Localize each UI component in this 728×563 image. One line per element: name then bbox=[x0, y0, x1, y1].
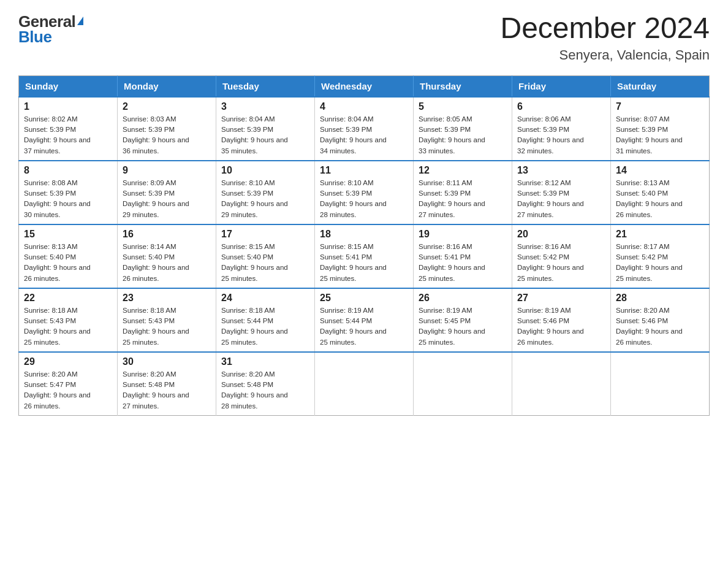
calendar-cell: 14Sunrise: 8:13 AMSunset: 5:40 PMDayligh… bbox=[611, 161, 710, 224]
calendar-cell: 7Sunrise: 8:07 AMSunset: 5:39 PMDaylight… bbox=[611, 97, 710, 161]
day-number: 22 bbox=[24, 293, 112, 304]
day-info: Sunrise: 8:04 AMSunset: 5:39 PMDaylight:… bbox=[221, 114, 309, 156]
header-wednesday: Wednesday bbox=[315, 75, 414, 97]
day-number: 15 bbox=[24, 229, 112, 240]
day-info: Sunrise: 8:18 AMSunset: 5:44 PMDaylight:… bbox=[221, 305, 309, 348]
day-info: Sunrise: 8:12 AMSunset: 5:39 PMDaylight:… bbox=[517, 178, 605, 220]
day-number: 23 bbox=[123, 293, 211, 304]
day-number: 11 bbox=[320, 165, 408, 176]
day-info: Sunrise: 8:03 AMSunset: 5:39 PMDaylight:… bbox=[123, 114, 211, 156]
calendar-cell: 27Sunrise: 8:19 AMSunset: 5:46 PMDayligh… bbox=[512, 288, 611, 352]
day-number: 2 bbox=[123, 101, 211, 112]
calendar-cell: 20Sunrise: 8:16 AMSunset: 5:42 PMDayligh… bbox=[512, 224, 611, 288]
calendar-cell: 8Sunrise: 8:08 AMSunset: 5:39 PMDaylight… bbox=[19, 161, 118, 224]
calendar-cell: 17Sunrise: 8:15 AMSunset: 5:40 PMDayligh… bbox=[216, 224, 315, 288]
day-number: 9 bbox=[123, 165, 211, 176]
calendar-header-row: SundayMondayTuesdayWednesdayThursdayFrid… bbox=[19, 75, 710, 97]
logo-triangle-icon bbox=[77, 17, 83, 25]
day-number: 4 bbox=[320, 101, 408, 112]
calendar-cell: 22Sunrise: 8:18 AMSunset: 5:43 PMDayligh… bbox=[19, 288, 118, 352]
day-info: Sunrise: 8:10 AMSunset: 5:39 PMDaylight:… bbox=[320, 178, 408, 220]
day-number: 17 bbox=[221, 229, 309, 240]
day-info: Sunrise: 8:15 AMSunset: 5:40 PMDaylight:… bbox=[221, 242, 309, 284]
calendar-cell: 2Sunrise: 8:03 AMSunset: 5:39 PMDaylight… bbox=[118, 97, 216, 161]
day-info: Sunrise: 8:14 AMSunset: 5:40 PMDaylight:… bbox=[123, 242, 211, 284]
calendar-cell: 19Sunrise: 8:16 AMSunset: 5:41 PMDayligh… bbox=[414, 224, 512, 288]
header-thursday: Thursday bbox=[414, 75, 512, 97]
header-tuesday: Tuesday bbox=[216, 75, 315, 97]
day-info: Sunrise: 8:07 AMSunset: 5:39 PMDaylight:… bbox=[616, 114, 704, 156]
day-info: Sunrise: 8:13 AMSunset: 5:40 PMDaylight:… bbox=[616, 178, 704, 220]
calendar-cell: 21Sunrise: 8:17 AMSunset: 5:42 PMDayligh… bbox=[611, 224, 710, 288]
day-info: Sunrise: 8:18 AMSunset: 5:43 PMDaylight:… bbox=[123, 305, 211, 348]
calendar-cell: 16Sunrise: 8:14 AMSunset: 5:40 PMDayligh… bbox=[118, 224, 216, 288]
calendar-cell: 1Sunrise: 8:02 AMSunset: 5:39 PMDaylight… bbox=[19, 97, 118, 161]
calendar-cell: 30Sunrise: 8:20 AMSunset: 5:48 PMDayligh… bbox=[118, 352, 216, 416]
calendar-cell: 25Sunrise: 8:19 AMSunset: 5:44 PMDayligh… bbox=[315, 288, 414, 352]
day-info: Sunrise: 8:13 AMSunset: 5:40 PMDaylight:… bbox=[24, 242, 112, 284]
day-number: 7 bbox=[616, 101, 704, 112]
day-number: 20 bbox=[517, 229, 605, 240]
day-info: Sunrise: 8:18 AMSunset: 5:43 PMDaylight:… bbox=[24, 305, 112, 348]
page-header: General Blue December 2024 Senyera, Vale… bbox=[18, 12, 710, 63]
calendar-cell: 6Sunrise: 8:06 AMSunset: 5:39 PMDaylight… bbox=[512, 97, 611, 161]
calendar-cell: 24Sunrise: 8:18 AMSunset: 5:44 PMDayligh… bbox=[216, 288, 315, 352]
day-info: Sunrise: 8:19 AMSunset: 5:44 PMDaylight:… bbox=[320, 305, 408, 348]
calendar-cell: 11Sunrise: 8:10 AMSunset: 5:39 PMDayligh… bbox=[315, 161, 414, 224]
calendar-week-row: 1Sunrise: 8:02 AMSunset: 5:39 PMDaylight… bbox=[19, 97, 710, 161]
calendar-cell: 15Sunrise: 8:13 AMSunset: 5:40 PMDayligh… bbox=[19, 224, 118, 288]
calendar-week-row: 8Sunrise: 8:08 AMSunset: 5:39 PMDaylight… bbox=[19, 161, 710, 224]
calendar-cell: 18Sunrise: 8:15 AMSunset: 5:41 PMDayligh… bbox=[315, 224, 414, 288]
day-info: Sunrise: 8:19 AMSunset: 5:46 PMDaylight:… bbox=[517, 305, 605, 348]
calendar-cell bbox=[315, 352, 414, 416]
calendar-cell: 9Sunrise: 8:09 AMSunset: 5:39 PMDaylight… bbox=[118, 161, 216, 224]
day-info: Sunrise: 8:20 AMSunset: 5:47 PMDaylight:… bbox=[24, 369, 112, 412]
calendar-cell: 23Sunrise: 8:18 AMSunset: 5:43 PMDayligh… bbox=[118, 288, 216, 352]
day-info: Sunrise: 8:08 AMSunset: 5:39 PMDaylight:… bbox=[24, 178, 112, 220]
day-number: 8 bbox=[24, 165, 112, 176]
calendar-week-row: 15Sunrise: 8:13 AMSunset: 5:40 PMDayligh… bbox=[19, 224, 710, 288]
calendar-cell bbox=[611, 352, 710, 416]
calendar-cell: 5Sunrise: 8:05 AMSunset: 5:39 PMDaylight… bbox=[414, 97, 512, 161]
calendar-cell: 13Sunrise: 8:12 AMSunset: 5:39 PMDayligh… bbox=[512, 161, 611, 224]
day-number: 28 bbox=[616, 293, 704, 304]
day-info: Sunrise: 8:09 AMSunset: 5:39 PMDaylight:… bbox=[123, 178, 211, 220]
day-info: Sunrise: 8:20 AMSunset: 5:48 PMDaylight:… bbox=[221, 369, 309, 412]
day-number: 31 bbox=[221, 356, 309, 367]
day-info: Sunrise: 8:06 AMSunset: 5:39 PMDaylight:… bbox=[517, 114, 605, 156]
day-info: Sunrise: 8:16 AMSunset: 5:41 PMDaylight:… bbox=[419, 242, 507, 284]
day-number: 18 bbox=[320, 229, 408, 240]
month-title: December 2024 bbox=[500, 12, 710, 45]
day-number: 1 bbox=[24, 101, 112, 112]
calendar-table: SundayMondayTuesdayWednesdayThursdayFrid… bbox=[18, 75, 710, 416]
header-friday: Friday bbox=[512, 75, 611, 97]
day-number: 21 bbox=[616, 229, 704, 240]
logo-blue-text: Blue bbox=[18, 28, 51, 47]
day-number: 3 bbox=[221, 101, 309, 112]
calendar-cell: 10Sunrise: 8:10 AMSunset: 5:39 PMDayligh… bbox=[216, 161, 315, 224]
day-info: Sunrise: 8:04 AMSunset: 5:39 PMDaylight:… bbox=[320, 114, 408, 156]
day-number: 16 bbox=[123, 229, 211, 240]
day-number: 26 bbox=[419, 293, 507, 304]
day-number: 24 bbox=[221, 293, 309, 304]
day-info: Sunrise: 8:16 AMSunset: 5:42 PMDaylight:… bbox=[517, 242, 605, 284]
calendar-cell bbox=[512, 352, 611, 416]
location-title: Senyera, Valencia, Spain bbox=[500, 47, 710, 63]
calendar-cell: 28Sunrise: 8:20 AMSunset: 5:46 PMDayligh… bbox=[611, 288, 710, 352]
day-info: Sunrise: 8:11 AMSunset: 5:39 PMDaylight:… bbox=[419, 178, 507, 220]
header-saturday: Saturday bbox=[611, 75, 710, 97]
calendar-week-row: 29Sunrise: 8:20 AMSunset: 5:47 PMDayligh… bbox=[19, 352, 710, 416]
calendar-cell: 12Sunrise: 8:11 AMSunset: 5:39 PMDayligh… bbox=[414, 161, 512, 224]
header-monday: Monday bbox=[118, 75, 216, 97]
logo: General Blue bbox=[18, 12, 83, 47]
day-number: 5 bbox=[419, 101, 507, 112]
calendar-cell: 3Sunrise: 8:04 AMSunset: 5:39 PMDaylight… bbox=[216, 97, 315, 161]
day-number: 14 bbox=[616, 165, 704, 176]
day-number: 25 bbox=[320, 293, 408, 304]
day-number: 29 bbox=[24, 356, 112, 367]
day-info: Sunrise: 8:15 AMSunset: 5:41 PMDaylight:… bbox=[320, 242, 408, 284]
title-section: December 2024 Senyera, Valencia, Spain bbox=[500, 12, 710, 63]
calendar-cell: 29Sunrise: 8:20 AMSunset: 5:47 PMDayligh… bbox=[19, 352, 118, 416]
day-info: Sunrise: 8:20 AMSunset: 5:48 PMDaylight:… bbox=[123, 369, 211, 412]
day-number: 12 bbox=[419, 165, 507, 176]
